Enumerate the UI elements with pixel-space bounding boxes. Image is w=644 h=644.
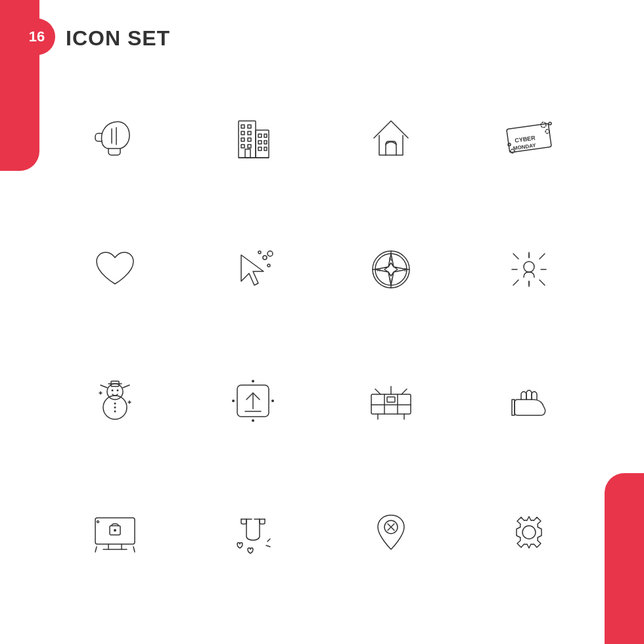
svg-point-56 (117, 390, 119, 392)
icon-monitor-lock (79, 496, 151, 568)
svg-point-26 (263, 256, 267, 260)
svg-point-58 (114, 407, 116, 409)
svg-rect-10 (248, 145, 251, 148)
svg-line-49 (513, 254, 518, 259)
svg-point-21 (541, 122, 546, 127)
svg-line-86 (95, 547, 97, 552)
page-title: ICON SET (66, 26, 170, 51)
svg-point-23 (549, 122, 551, 125)
svg-rect-14 (264, 141, 267, 144)
icon-person-focus (493, 233, 565, 306)
svg-rect-3 (241, 125, 244, 128)
svg-rect-4 (248, 125, 251, 128)
corner-decoration-bottom (605, 473, 644, 644)
svg-rect-9 (241, 145, 244, 148)
icon-heart (79, 233, 151, 306)
svg-rect-17 (245, 149, 250, 158)
icon-count-badge: 16 (18, 18, 55, 55)
svg-line-92 (266, 545, 270, 547)
svg-rect-6 (248, 131, 251, 135)
svg-point-69 (271, 400, 274, 402)
svg-rect-8 (248, 138, 251, 141)
icon-grid: CYBER MONDAY (53, 79, 591, 591)
svg-point-70 (252, 380, 254, 382)
svg-text:W: W (377, 267, 381, 272)
svg-line-50 (540, 254, 545, 259)
svg-point-27 (267, 264, 270, 267)
icon-tv-stand (355, 365, 427, 437)
svg-rect-12 (264, 134, 267, 137)
svg-text:N: N (389, 257, 392, 262)
svg-point-96 (522, 526, 536, 539)
svg-rect-7 (241, 138, 244, 141)
svg-point-29 (267, 251, 273, 256)
svg-rect-11 (258, 134, 262, 137)
svg-text:S: S (389, 278, 392, 283)
svg-point-28 (258, 251, 261, 254)
icon-settings-gear (493, 496, 565, 568)
icon-cursor-sparkles (217, 233, 289, 306)
svg-rect-5 (241, 131, 244, 135)
svg-rect-13 (258, 141, 262, 144)
svg-line-91 (267, 539, 270, 541)
icon-location-x (355, 496, 427, 568)
svg-point-55 (112, 390, 114, 392)
svg-point-85 (114, 529, 116, 532)
svg-point-88 (97, 521, 99, 523)
svg-line-51 (513, 280, 518, 285)
icon-football-helmet (79, 102, 151, 174)
svg-text:E: E (404, 267, 407, 272)
svg-point-22 (545, 129, 549, 133)
svg-point-25 (508, 143, 511, 146)
icon-house (355, 102, 427, 174)
svg-rect-76 (387, 397, 395, 402)
svg-point-68 (232, 400, 235, 402)
svg-rect-15 (258, 147, 262, 150)
icon-compass: N S W E (355, 233, 427, 306)
icon-cyber-monday: CYBER MONDAY (493, 102, 565, 174)
badge-number: 16 (29, 28, 45, 45)
icon-building (217, 102, 289, 174)
icon-magnet-hearts (217, 496, 289, 568)
svg-line-87 (133, 547, 135, 552)
svg-point-59 (114, 411, 116, 413)
svg-point-44 (524, 262, 534, 272)
icon-pointing-hand (493, 365, 565, 437)
svg-point-57 (114, 403, 116, 405)
icon-snowman (79, 365, 151, 437)
icon-upload-box (217, 365, 289, 437)
svg-point-71 (252, 419, 254, 422)
svg-line-52 (540, 280, 545, 285)
svg-rect-16 (264, 147, 267, 150)
